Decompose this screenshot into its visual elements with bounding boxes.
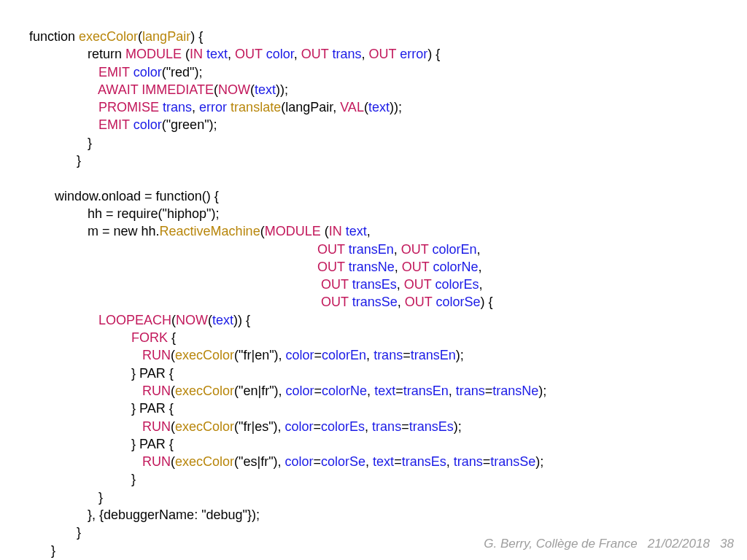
footer-author: G. Berry, Collège de France xyxy=(484,537,637,551)
footer-page: 38 xyxy=(720,537,734,551)
code-block: function execColor(langPair) { return MO… xyxy=(29,28,546,559)
slide-footer: G. Berry, Collège de France 21/02/2018 3… xyxy=(484,537,734,551)
footer-date: 21/02/2018 xyxy=(648,537,710,551)
